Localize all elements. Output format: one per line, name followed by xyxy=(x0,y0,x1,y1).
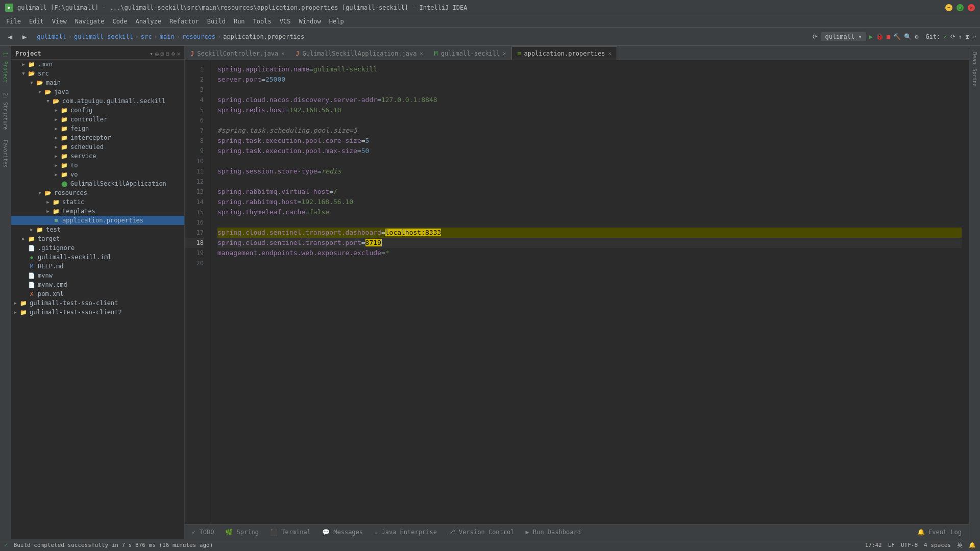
menu-window[interactable]: Window xyxy=(295,17,325,26)
expand-all-icon[interactable]: ⊞ xyxy=(161,51,164,57)
bottom-tab-run-dashboard[interactable]: ▶ Run Dashboard xyxy=(520,526,585,538)
cursor-position[interactable]: 17:42 xyxy=(865,542,882,548)
toolbar-build-btn[interactable]: 🔨 xyxy=(893,33,901,40)
breadcrumb-main[interactable]: main xyxy=(160,33,175,40)
breadcrumb-gulimall[interactable]: gulimall xyxy=(37,33,66,40)
tree-mvnw[interactable]: ▶ 📄 mvnw xyxy=(11,271,184,280)
breadcrumb-src[interactable]: src xyxy=(141,33,152,40)
encoding[interactable]: UTF-8 xyxy=(901,542,918,548)
tree-help[interactable]: ▶ M HELP.md xyxy=(11,262,184,271)
tab-module[interactable]: M gulimall-seckill ✕ xyxy=(428,46,511,60)
structure-panel-btn[interactable]: 2: Structure xyxy=(2,91,9,132)
bottom-tab-version-control[interactable]: ⎇ Version Control xyxy=(443,526,520,538)
favorites-panel-btn[interactable]: Favorites xyxy=(2,138,9,169)
menu-analyze[interactable]: Analyze xyxy=(131,17,165,26)
tree-test[interactable]: ▶ 📁 test xyxy=(11,225,184,234)
git-history-icon[interactable]: ⧗ xyxy=(965,33,969,40)
menu-navigate[interactable]: Navigate xyxy=(71,17,109,26)
toolbar-forward-btn[interactable]: ▶ xyxy=(18,31,31,43)
arrow-resources: ▼ xyxy=(36,189,44,197)
close-button[interactable]: ✕ xyxy=(968,4,975,11)
tab-seckill-controller[interactable]: J SeckillController.java ✕ xyxy=(185,46,290,60)
menu-vcs[interactable]: VCS xyxy=(276,17,295,26)
git-push-icon[interactable]: ↑ xyxy=(959,33,962,40)
toolbar-stop-btn[interactable]: ■ xyxy=(887,33,890,40)
tree-pom[interactable]: ▶ X pom.xml xyxy=(11,289,184,298)
tree-interceptor[interactable]: ▶ 📁 interceptor xyxy=(11,133,184,142)
tree-static[interactable]: ▶ 📁 static xyxy=(11,197,184,207)
breadcrumb-seckill[interactable]: gulimall-seckill xyxy=(74,33,133,40)
bottom-tab-spring[interactable]: 🌿 Spring xyxy=(220,526,264,538)
tree-config[interactable]: ▶ 📁 config xyxy=(11,106,184,115)
notifications-icon[interactable]: 🔔 xyxy=(969,542,976,548)
breadcrumb-resources[interactable]: resources xyxy=(182,33,215,40)
tree-gitignore[interactable]: ▶ 📄 .gitignore xyxy=(11,243,184,253)
collapse-all-icon[interactable]: ⊟ xyxy=(166,51,169,57)
tree-mvnwcmd[interactable]: ▶ 📄 mvnw.cmd xyxy=(11,280,184,289)
toolbar-back-btn[interactable]: ◀ xyxy=(4,31,16,43)
toolbar-refresh-icon[interactable]: ⟳ xyxy=(813,33,818,40)
close-tree-icon[interactable]: ✕ xyxy=(177,51,180,57)
tree-vo[interactable]: ▶ 📁 vo xyxy=(11,170,184,179)
menu-refactor[interactable]: Refactor xyxy=(165,17,203,26)
menu-tools[interactable]: Tools xyxy=(249,17,276,26)
tree-resources[interactable]: ▼ 📂 resources xyxy=(11,188,184,197)
tree-to[interactable]: ▶ 📁 to xyxy=(11,161,184,170)
git-update-icon[interactable]: ⟳ xyxy=(950,33,955,40)
toolbar-run-btn[interactable]: ▶ xyxy=(869,33,873,40)
code-content-area[interactable]: spring.application.name=gulimall-seckill… xyxy=(209,60,962,524)
git-check-icon[interactable]: ✓ xyxy=(943,33,947,40)
tab-gulimall-app[interactable]: J GulimallSeckillApplication.java ✕ xyxy=(290,46,428,60)
toolbar-search-btn[interactable]: 🔍 xyxy=(904,33,912,40)
toolbar-debug-btn[interactable]: 🐞 xyxy=(876,33,884,40)
tree-target[interactable]: ▶ 📁 target xyxy=(11,234,184,243)
indent-settings[interactable]: 4 spaces xyxy=(924,542,951,548)
menu-file[interactable]: File xyxy=(2,17,25,26)
menu-code[interactable]: Code xyxy=(109,17,132,26)
git-revert-icon[interactable]: ↩ xyxy=(972,33,976,40)
spring-right-panel-btn[interactable]: Spring xyxy=(971,66,978,89)
line-num-20: 20 xyxy=(185,258,204,268)
project-panel-btn[interactable]: 1: Project xyxy=(2,50,9,85)
bottom-tab-event-log[interactable]: 🔔 Event Log xyxy=(912,526,967,538)
tree-iml[interactable]: ▶ ◆ gulimall-seckill.iml xyxy=(11,253,184,262)
tree-sso-client[interactable]: ▶ 📁 gulimall-test-sso-client xyxy=(11,298,184,308)
minimize-button[interactable]: ─ xyxy=(945,4,952,11)
tab-close-application-props[interactable]: ✕ xyxy=(608,51,611,56)
tab-close-module[interactable]: ✕ xyxy=(503,51,506,56)
menu-view[interactable]: View xyxy=(48,17,71,26)
menu-help[interactable]: Help xyxy=(325,17,348,26)
tab-close-gulimall-app[interactable]: ✕ xyxy=(420,51,423,56)
toolbar-settings-btn[interactable]: ⚙ xyxy=(915,33,918,40)
tree-scheduled[interactable]: ▶ 📁 scheduled xyxy=(11,142,184,152)
line-separator[interactable]: LF xyxy=(888,542,895,548)
tree-service[interactable]: ▶ 📁 service xyxy=(11,152,184,161)
tree-feign[interactable]: ▶ 📁 feign xyxy=(11,124,184,133)
settings-tree-icon[interactable]: ⚙ xyxy=(172,51,175,57)
tab-close-seckill-controller[interactable]: ✕ xyxy=(281,51,284,56)
menu-build[interactable]: Build xyxy=(203,17,230,26)
bean-panel-btn[interactable]: Bean xyxy=(971,50,978,66)
maximize-button[interactable]: □ xyxy=(957,4,964,11)
tree-java[interactable]: ▼ 📂 java xyxy=(11,87,184,96)
tab-application-props[interactable]: ≡ application.properties ✕ xyxy=(511,46,617,60)
tree-application-props[interactable]: ▶ ≡ application.properties xyxy=(11,216,184,225)
bottom-tab-terminal[interactable]: ⬛ Terminal xyxy=(265,526,316,538)
bottom-tab-java-enterprise[interactable]: ☕ Java Enterprise xyxy=(369,526,442,538)
tree-controller[interactable]: ▶ 📁 controller xyxy=(11,115,184,124)
tree-gulimall-app[interactable]: ▶ ⬤ GulimallSeckillApplication xyxy=(11,179,184,188)
tree-main[interactable]: ▼ 📂 main xyxy=(11,78,184,87)
editor-scrollbar[interactable] xyxy=(962,60,969,524)
tree-sso-client2[interactable]: ▶ 📁 gulimall-test-sso-client2 xyxy=(11,308,184,317)
locate-icon[interactable]: ◎ xyxy=(155,51,159,57)
menu-edit[interactable]: Edit xyxy=(25,17,48,26)
menu-run[interactable]: Run xyxy=(230,17,249,26)
tree-mvn[interactable]: ▶ 📁 .mvn xyxy=(11,60,184,69)
tree-src[interactable]: ▼ 📂 src xyxy=(11,69,184,78)
bottom-tab-todo[interactable]: ✓ TODO xyxy=(187,526,219,538)
project-dropdown-icon[interactable]: ▾ xyxy=(150,51,153,57)
bottom-tab-messages[interactable]: 💬 Messages xyxy=(317,526,368,538)
tree-package[interactable]: ▼ 📂 com.atguigu.gulimall.seckill xyxy=(11,96,184,106)
tree-templates[interactable]: ▶ 📁 templates xyxy=(11,207,184,216)
toolbar-run-selector[interactable]: gulimall ▾ xyxy=(821,32,866,41)
